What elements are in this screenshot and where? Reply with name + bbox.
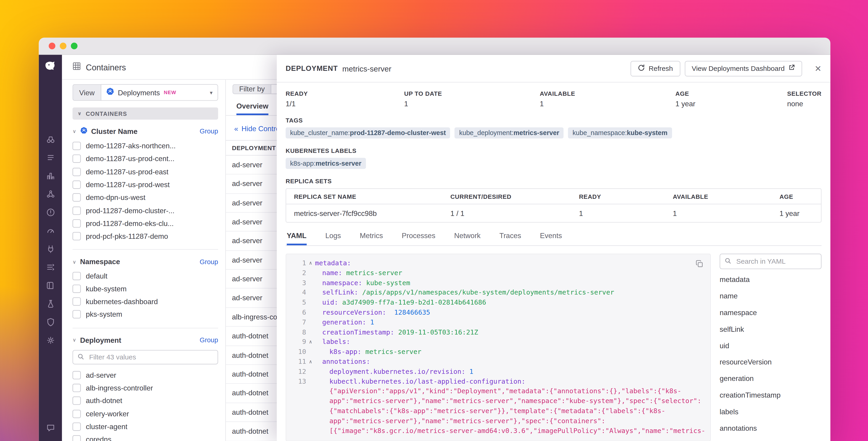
cluster-filter-option[interactable]: demo-11287-aks-northcen... (72, 140, 218, 152)
yaml-outline-key[interactable]: creationTimestamp (720, 387, 822, 403)
external-link-icon (788, 64, 795, 72)
deployment-filter-option[interactable]: alb-ingress-controller (72, 381, 218, 394)
minimize-window-button[interactable] (60, 43, 66, 49)
list-tab[interactable]: Overview (237, 102, 269, 115)
checkbox[interactable] (72, 155, 81, 163)
checkbox[interactable] (72, 219, 81, 228)
monitors-icon[interactable] (46, 208, 55, 217)
deployment-filter-option[interactable]: auth-dotnet (72, 394, 218, 407)
close-window-button[interactable] (49, 43, 55, 49)
detail-tab[interactable]: Processes (402, 232, 435, 245)
detail-tab[interactable]: Metrics (360, 232, 383, 245)
yaml-outline-key[interactable]: selfLink (720, 321, 822, 337)
yaml-outline-key[interactable]: metadata (720, 271, 822, 288)
service-map-icon[interactable] (46, 189, 55, 199)
collapse-caret-icon[interactable]: ∧ (306, 337, 315, 347)
view-dashboard-button[interactable]: View Deployments Dashboard (685, 61, 802, 76)
checkbox[interactable] (72, 371, 81, 379)
detail-tab[interactable]: Network (454, 232, 480, 245)
containers-section-header[interactable]: ∨ CONTAINERS (72, 108, 218, 119)
detail-tab[interactable]: Traces (499, 232, 521, 245)
cluster-filter-option[interactable]: prod-pcf-pks-11287-demo (72, 230, 218, 243)
checkbox[interactable] (72, 142, 81, 150)
checkbox[interactable] (72, 435, 81, 441)
yaml-outline-key[interactable]: namespace (720, 304, 822, 321)
gauge-icon[interactable] (46, 226, 55, 235)
cluster-filter-option[interactable]: demo-11287-us-prod-east (72, 166, 218, 178)
yaml-outline-key[interactable]: labels (720, 403, 822, 420)
deployment-filter-search[interactable] (72, 350, 218, 364)
zoom-window-button[interactable] (71, 43, 78, 49)
replica-set-row[interactable]: metrics-server-7fcf9cc98b 1 / 1 1 1 1 ye… (286, 204, 821, 222)
namespace-filter-option[interactable]: kube-system (72, 282, 218, 295)
group-by-deployment-link[interactable]: Group (199, 336, 218, 344)
detail-tab[interactable]: Logs (325, 232, 341, 245)
yaml-code-line: {"matchLabels":{"k8s-app":"metrics-serve… (289, 407, 706, 416)
tag-pill[interactable]: kube_cluster_name:prod-11287-demo-cluste… (286, 127, 451, 138)
chevron-down-icon[interactable]: ∨ (72, 337, 76, 343)
cluster-filter-option[interactable]: prod-11287-demo-eks-clu... (72, 217, 218, 230)
tags-title: TAGS (286, 117, 822, 123)
checkbox[interactable] (72, 297, 81, 306)
dashboards-icon[interactable] (46, 171, 55, 180)
namespace-filter-option[interactable]: default (72, 269, 218, 282)
checkbox[interactable] (72, 180, 81, 189)
view-selector-dropdown[interactable]: Deployments NEW ▾ (101, 84, 218, 101)
namespace-filter-option[interactable]: pks-system (72, 308, 218, 321)
checkbox[interactable] (72, 384, 81, 392)
refresh-button[interactable]: Refresh (630, 61, 680, 76)
deployment-filter-option[interactable]: coredns (72, 433, 218, 441)
checkbox[interactable] (72, 206, 81, 214)
namespace-filter-option[interactable]: kubernetes-dashboard (72, 295, 218, 308)
security-icon[interactable] (46, 317, 55, 327)
help-chat-icon[interactable] (46, 423, 55, 432)
collapse-caret-icon[interactable]: ∧ (306, 357, 315, 367)
deployment-filter-option[interactable]: ad-server (72, 369, 218, 381)
close-panel-icon[interactable]: ✕ (814, 63, 822, 74)
yaml-search-input[interactable] (735, 257, 816, 266)
chevron-down-icon[interactable]: ∨ (72, 259, 76, 265)
notebooks-icon[interactable] (46, 281, 55, 290)
integrations-icon[interactable] (46, 244, 55, 254)
detail-tab[interactable]: YAML (287, 232, 306, 245)
tag-pill[interactable]: kube_deployment:metrics-server (455, 127, 564, 138)
chevron-down-icon[interactable]: ∨ (72, 128, 76, 134)
collapse-caret-icon[interactable]: ∧ (306, 259, 315, 268)
cluster-filter-option[interactable]: prod-11287-demo-cluster-... (72, 204, 218, 217)
deployment-filter-option[interactable]: celery-worker (72, 407, 218, 420)
tag-pill[interactable]: kube_namespace:kube-system (568, 127, 672, 138)
yaml-outline-key[interactable]: uid (720, 337, 822, 354)
checkbox[interactable] (72, 194, 81, 202)
checkbox[interactable] (72, 285, 81, 293)
checkbox[interactable] (72, 232, 81, 240)
checkbox[interactable] (72, 310, 81, 319)
checkbox[interactable] (72, 397, 81, 405)
copy-icon[interactable] (695, 260, 704, 270)
page-title: Containers (86, 62, 126, 72)
group-by-cluster-link[interactable]: Group (199, 127, 218, 135)
datadog-logo-icon[interactable] (43, 59, 58, 74)
cluster-filter-option[interactable]: demo-11287-us-prod-west (72, 178, 218, 191)
cluster-filter-option[interactable]: demo-dpn-us-west (72, 191, 218, 204)
pipelines-icon[interactable] (46, 263, 55, 272)
line-number: 13 (289, 377, 306, 387)
binoculars-icon[interactable] (46, 135, 55, 144)
label-pill[interactable]: k8s-app:metrics-server (286, 158, 366, 169)
detail-tab[interactable]: Events (540, 232, 562, 245)
yaml-search-box[interactable] (720, 254, 822, 269)
events-icon[interactable] (46, 153, 55, 162)
deployment-filter-input[interactable] (88, 353, 213, 361)
deployment-filter-option[interactable]: cluster-agent (72, 420, 218, 433)
cluster-filter-option[interactable]: demo-11287-us-prod-cent... (72, 152, 218, 165)
checkbox[interactable] (72, 168, 81, 176)
synthetics-icon[interactable] (46, 299, 55, 308)
group-by-namespace-link[interactable]: Group (199, 258, 218, 266)
yaml-outline-key[interactable]: resourceVersion (720, 354, 822, 371)
yaml-outline-key[interactable]: name (720, 288, 822, 304)
checkbox[interactable] (72, 409, 81, 418)
checkbox[interactable] (72, 272, 81, 280)
settings-icon[interactable] (46, 336, 55, 345)
checkbox[interactable] (72, 422, 81, 431)
yaml-outline-key[interactable]: generation (720, 371, 822, 387)
yaml-outline-key[interactable]: annotations (720, 420, 822, 436)
